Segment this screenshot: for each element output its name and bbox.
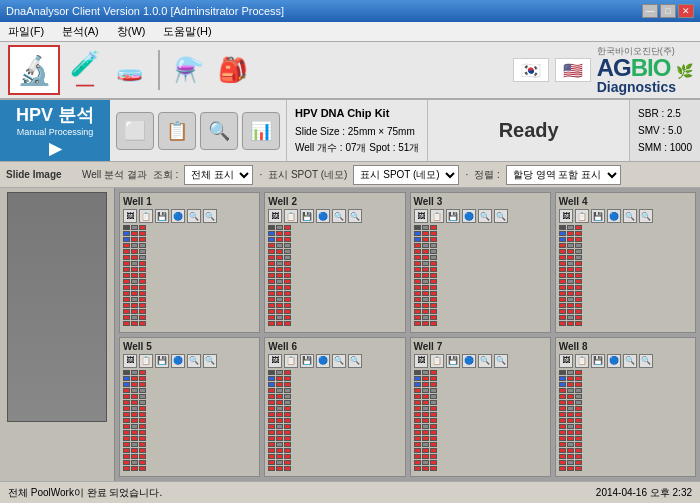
well-tool-3-1[interactable]: 📋 bbox=[430, 209, 444, 223]
well-spot bbox=[268, 297, 275, 302]
well-tool-8-5[interactable]: 🔍 bbox=[639, 354, 653, 368]
well-tool-5-0[interactable]: 🖼 bbox=[123, 354, 137, 368]
well-tool-5-4[interactable]: 🔍 bbox=[187, 354, 201, 368]
well-tool-6-2[interactable]: 💾 bbox=[300, 354, 314, 368]
hpv-title: HPV 분석 bbox=[16, 103, 94, 127]
bag-button[interactable]: 🎒 bbox=[214, 48, 252, 92]
flask-button[interactable]: ⚗️ bbox=[170, 48, 208, 92]
well-tool-7-1[interactable]: 📋 bbox=[430, 354, 444, 368]
well-tool-2-0[interactable]: 🖼 bbox=[268, 209, 282, 223]
well-tool-1-5[interactable]: 🔍 bbox=[203, 209, 217, 223]
well-tool-5-5[interactable]: 🔍 bbox=[203, 354, 217, 368]
condition-select[interactable]: 전체 표시 bbox=[184, 165, 253, 185]
well-spot bbox=[567, 231, 574, 236]
well-spot bbox=[422, 267, 429, 272]
well-tool-7-5[interactable]: 🔍 bbox=[494, 354, 508, 368]
well-spot bbox=[430, 460, 437, 465]
well-tool-4-1[interactable]: 📋 bbox=[575, 209, 589, 223]
well-tool-3-2[interactable]: 💾 bbox=[446, 209, 460, 223]
well-spot bbox=[268, 261, 275, 266]
well-label-7: Well 7 bbox=[414, 341, 547, 352]
scan-icon: 📋 bbox=[166, 120, 188, 142]
well-tool-8-4[interactable]: 🔍 bbox=[623, 354, 637, 368]
well-spot bbox=[430, 231, 437, 236]
well-tool-7-2[interactable]: 💾 bbox=[446, 354, 460, 368]
display-select[interactable]: 표시 SPOT (네모) bbox=[353, 165, 459, 185]
well-col-5-1 bbox=[131, 370, 138, 474]
well-spot bbox=[139, 454, 146, 459]
well-tool-3-3[interactable]: 🔵 bbox=[462, 209, 476, 223]
well-col-1-1 bbox=[131, 225, 138, 329]
hpv-btn-3[interactable]: 🔍 bbox=[200, 112, 238, 150]
well-tool-1-1[interactable]: 📋 bbox=[139, 209, 153, 223]
well-spot bbox=[139, 442, 146, 447]
well-tool-4-4[interactable]: 🔍 bbox=[623, 209, 637, 223]
well-tool-8-3[interactable]: 🔵 bbox=[607, 354, 621, 368]
well-tool-2-5[interactable]: 🔍 bbox=[348, 209, 362, 223]
well-tool-8-1[interactable]: 📋 bbox=[575, 354, 589, 368]
well-tool-6-5[interactable]: 🔍 bbox=[348, 354, 362, 368]
well-tool-5-2[interactable]: 💾 bbox=[155, 354, 169, 368]
sort-label-2: 정렬 : bbox=[474, 168, 500, 182]
minimize-button[interactable]: — bbox=[642, 4, 658, 18]
menu-window[interactable]: 창(W) bbox=[113, 22, 150, 41]
well-spot bbox=[422, 454, 429, 459]
well-tool-1-0[interactable]: 🖼 bbox=[123, 209, 137, 223]
well-col-6-1 bbox=[276, 370, 283, 474]
well-tool-2-3[interactable]: 🔵 bbox=[316, 209, 330, 223]
well-tool-4-2[interactable]: 💾 bbox=[591, 209, 605, 223]
close-button[interactable]: ✕ bbox=[678, 4, 694, 18]
microscope-tool-button[interactable]: 🔬 bbox=[8, 45, 60, 95]
well-tool-7-0[interactable]: 🖼 bbox=[414, 354, 428, 368]
well-spot bbox=[123, 249, 130, 254]
well-spot bbox=[131, 388, 138, 393]
well-tool-5-3[interactable]: 🔵 bbox=[171, 354, 185, 368]
well-spot bbox=[123, 436, 130, 441]
well-tool-4-0[interactable]: 🖼 bbox=[559, 209, 573, 223]
well-spot bbox=[559, 243, 566, 248]
well-spot bbox=[430, 388, 437, 393]
hpv-btn-4[interactable]: 📊 bbox=[242, 112, 280, 150]
well-tool-7-3[interactable]: 🔵 bbox=[462, 354, 476, 368]
well-tool-5-1[interactable]: 📋 bbox=[139, 354, 153, 368]
maximize-button[interactable]: □ bbox=[660, 4, 676, 18]
well-tool-1-3[interactable]: 🔵 bbox=[171, 209, 185, 223]
well-tool-6-3[interactable]: 🔵 bbox=[316, 354, 330, 368]
well-tool-1-2[interactable]: 💾 bbox=[155, 209, 169, 223]
well-spot bbox=[131, 430, 138, 435]
menu-analysis[interactable]: 분석(A) bbox=[58, 22, 103, 41]
well-tool-2-1[interactable]: 📋 bbox=[284, 209, 298, 223]
well-tool-2-4[interactable]: 🔍 bbox=[332, 209, 346, 223]
well-tool-4-3[interactable]: 🔵 bbox=[607, 209, 621, 223]
well-tool-8-0[interactable]: 🖼 bbox=[559, 354, 573, 368]
well-spot bbox=[284, 442, 291, 447]
well-tool-7-4[interactable]: 🔍 bbox=[478, 354, 492, 368]
well-tool-4-5[interactable]: 🔍 bbox=[639, 209, 653, 223]
menu-file[interactable]: 파일(F) bbox=[4, 22, 48, 41]
well-tool-6-1[interactable]: 📋 bbox=[284, 354, 298, 368]
well-tool-3-5[interactable]: 🔍 bbox=[494, 209, 508, 223]
well-tool-6-4[interactable]: 🔍 bbox=[332, 354, 346, 368]
well-spot bbox=[567, 285, 574, 290]
well-tool-3-4[interactable]: 🔍 bbox=[478, 209, 492, 223]
hpv-btn-2[interactable]: 📋 bbox=[158, 112, 196, 150]
well-spot bbox=[268, 430, 275, 435]
menu-help[interactable]: 도움말(H) bbox=[159, 22, 215, 41]
well-tool-6-0[interactable]: 🖼 bbox=[268, 354, 282, 368]
well-spot bbox=[422, 273, 429, 278]
well-spot bbox=[123, 315, 130, 320]
slide-panel: // This is handled below via JS, not her… bbox=[0, 188, 115, 481]
well-tool-2-2[interactable]: 💾 bbox=[300, 209, 314, 223]
tubes-tool-button[interactable]: 🧪 ━━━ bbox=[66, 48, 104, 92]
hpv-btn-1[interactable]: ⬜ bbox=[116, 112, 154, 150]
well-tool-3-0[interactable]: 🖼 bbox=[414, 209, 428, 223]
sort-select[interactable]: 할당 영역 포함 표시 bbox=[506, 165, 621, 185]
well-spot bbox=[559, 370, 566, 375]
well-tool-1-4[interactable]: 🔍 bbox=[187, 209, 201, 223]
chip-info: HPV DNA Chip Kit Slide Size : 25mm × 75m… bbox=[286, 100, 427, 161]
well-spot bbox=[422, 370, 429, 375]
well-tool-8-2[interactable]: 💾 bbox=[591, 354, 605, 368]
well-spot bbox=[430, 267, 437, 272]
blood-tubes-button[interactable]: 🧫 bbox=[110, 48, 148, 92]
well-spot bbox=[284, 454, 291, 459]
